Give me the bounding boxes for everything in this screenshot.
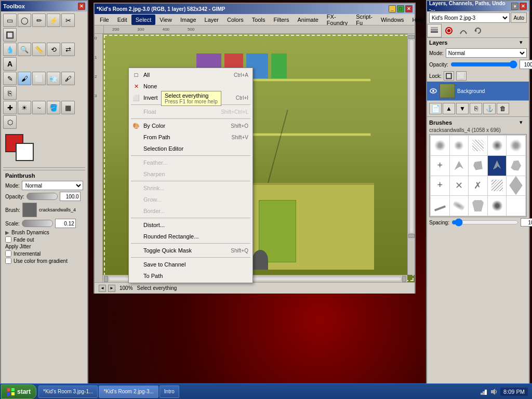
bucket-tool[interactable]: 🪣 <box>47 101 60 114</box>
nav-left-button[interactable]: ◄ <box>99 285 106 292</box>
text-tool[interactable]: A <box>3 57 17 71</box>
layers-opacity-slider[interactable] <box>450 61 517 68</box>
tab-channels[interactable] <box>442 24 456 37</box>
lock-button-1[interactable]: 🔲 <box>444 71 454 81</box>
free-select-tool[interactable]: ✏ <box>32 14 46 27</box>
menu-item-selectioneditor[interactable]: Selection Editor <box>129 143 252 154</box>
menu-edit[interactable]: Edit <box>113 15 131 25</box>
lock-button-2[interactable]: ⬜ <box>456 71 467 81</box>
opacity-input[interactable] <box>60 192 81 201</box>
menu-scriptfu[interactable]: Script-Fu <box>352 15 377 25</box>
brush-cell-10[interactable] <box>507 156 525 176</box>
ellipse-select-tool[interactable]: ◯ <box>18 14 31 27</box>
layers-mode-select[interactable]: Normal <box>446 48 527 58</box>
taskbar-item-0[interactable]: *Kid's Room 3.jpg-1... <box>38 385 98 398</box>
brush-cell-16[interactable] <box>431 196 449 216</box>
spacing-slider[interactable] <box>451 219 518 225</box>
layer-background-row[interactable]: Background <box>427 82 529 100</box>
incremental-check[interactable] <box>5 250 11 257</box>
airbrush-tool[interactable]: 💨 <box>47 72 60 85</box>
layers-opacity-input[interactable] <box>520 60 532 69</box>
transform-tool[interactable]: ⟲ <box>47 43 60 56</box>
nav-right-button[interactable]: ► <box>108 285 115 292</box>
raise-layer-button[interactable]: ▲ <box>443 103 455 114</box>
mode-select[interactable]: Normal <box>22 181 83 190</box>
menu-item-savetochannel[interactable]: Save to Channel <box>129 259 252 270</box>
brush-cell-8[interactable] <box>469 156 487 176</box>
measure-tool[interactable]: 📏 <box>32 43 46 56</box>
tab-undo[interactable] <box>471 24 485 37</box>
layer-visibility-eye[interactable] <box>429 87 437 95</box>
menu-item-bycolor[interactable]: 🎨 By Color Shift+O <box>129 120 252 131</box>
rect-select-tool[interactable]: ▭ <box>3 14 17 27</box>
layers-panel-menu-button[interactable]: ▾ <box>511 3 518 10</box>
gimp-minimize-button[interactable]: _ <box>389 5 396 12</box>
clone-tool[interactable]: ⎘ <box>3 86 17 100</box>
menu-file[interactable]: File <box>96 15 113 25</box>
eraser-tool[interactable]: ⬜ <box>32 72 46 85</box>
scrollbar-vertical[interactable] <box>407 34 415 275</box>
start-button[interactable]: start <box>1 384 36 399</box>
menu-layer[interactable]: Layer <box>201 15 223 25</box>
fade-out-check[interactable] <box>5 236 11 243</box>
menu-view[interactable]: View <box>155 15 176 25</box>
tab-layers[interactable] <box>427 24 442 37</box>
menu-item-none[interactable]: ✕ None <box>129 81 252 92</box>
brush-cell-6[interactable]: + <box>431 156 449 176</box>
brushes-expand[interactable]: ▾ <box>520 119 527 126</box>
brush-preview[interactable] <box>22 203 37 217</box>
foreground-select-tool[interactable]: 🔲 <box>3 28 17 42</box>
pencil-tool[interactable]: ✎ <box>3 72 17 85</box>
layers-close-button[interactable]: ✕ <box>520 3 527 10</box>
anchor-layer-button[interactable]: ⚓ <box>483 103 496 114</box>
brush-cell-selected[interactable] <box>488 156 507 176</box>
background-color[interactable] <box>16 143 34 161</box>
layers-section-expand[interactable]: ▾ <box>520 39 527 46</box>
menu-tools[interactable]: Tools <box>248 15 270 25</box>
scale-slider[interactable] <box>22 220 53 227</box>
delete-layer-button[interactable]: 🗑 <box>497 103 509 114</box>
path-tool[interactable]: ⬡ <box>3 115 17 129</box>
menu-windows[interactable]: Windows <box>377 15 408 25</box>
menu-item-topath[interactable]: To Path <box>129 270 252 282</box>
menu-item-frompath[interactable]: From Path Shift+V <box>129 131 252 143</box>
auto-button[interactable]: Auto <box>511 12 527 23</box>
menu-item-roundedrect[interactable]: Rounded Rectangle... <box>129 231 252 242</box>
brush-cell-2[interactable] <box>450 136 469 155</box>
dodge-tool[interactable]: ☀ <box>18 101 31 114</box>
zoom-tool[interactable]: 🔍 <box>18 43 31 56</box>
tab-paths[interactable] <box>456 24 471 37</box>
fuzzy-select-tool[interactable]: ⚡ <box>47 14 60 27</box>
menu-animate[interactable]: Animate <box>293 15 322 25</box>
menu-image[interactable]: Image <box>176 15 201 25</box>
spacing-input[interactable] <box>521 218 532 227</box>
brush-cell-13[interactable]: ✗ <box>469 176 487 196</box>
gimp-close-button[interactable]: ✕ <box>405 5 413 12</box>
brush-cell-11[interactable]: + <box>431 176 449 196</box>
brush-cell-4[interactable] <box>488 136 507 155</box>
heal-tool[interactable]: ✚ <box>3 101 17 114</box>
brush-cell-5[interactable] <box>507 136 525 155</box>
brush-cell-14[interactable] <box>488 176 507 196</box>
menu-item-quickmask[interactable]: Toggle Quick Mask Shift+Q <box>129 245 252 256</box>
menu-help[interactable]: Help <box>408 15 429 25</box>
menu-select[interactable]: Select <box>131 15 156 25</box>
use-color-check[interactable] <box>5 258 11 264</box>
taskbar-item-1[interactable]: *Kid's Room 2.jpg-3... <box>99 385 158 398</box>
blend-tool[interactable]: ▦ <box>61 101 75 114</box>
menu-filters[interactable]: Filters <box>270 15 294 25</box>
brush-cell-20[interactable] <box>507 196 525 216</box>
brush-cell-18[interactable] <box>469 196 487 216</box>
opacity-slider[interactable] <box>26 193 58 200</box>
scissors-tool[interactable]: ✂ <box>61 14 75 27</box>
brush-cell-17[interactable] <box>450 196 469 216</box>
color-picker-tool[interactable]: 💧 <box>3 43 17 56</box>
brush-cell-1[interactable] <box>431 136 449 155</box>
flip-tool[interactable]: ⇄ <box>61 43 75 56</box>
new-layer-button[interactable]: 📄 <box>429 103 442 114</box>
menu-item-distort[interactable]: Distort... <box>129 219 252 231</box>
scale-input[interactable] <box>55 219 76 228</box>
lower-layer-button[interactable]: ▼ <box>456 103 469 114</box>
toolbox-close-button[interactable]: ✕ <box>78 3 85 10</box>
menu-item-all[interactable]: □ All Ctrl+A <box>129 69 252 81</box>
